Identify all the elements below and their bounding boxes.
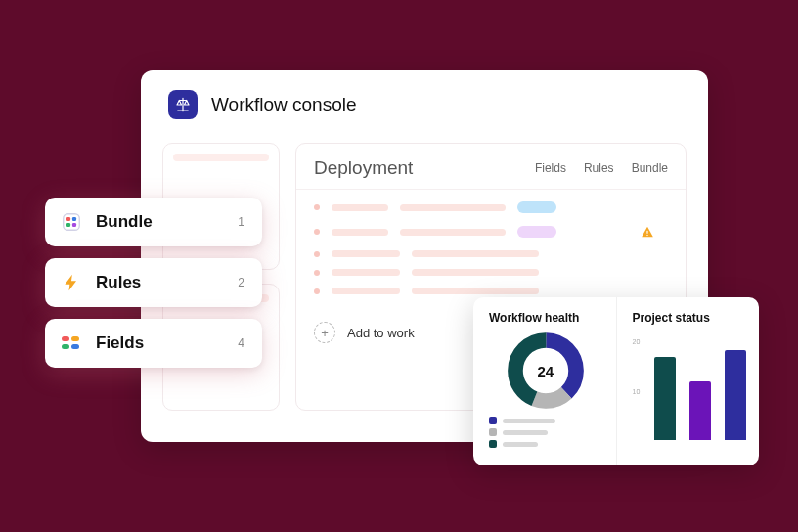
bolt-icon (59, 270, 84, 295)
bar (654, 357, 676, 440)
deployment-tabs: Fields Rules Bundle (535, 161, 668, 175)
stats-card: Workflow health 24 Project status 20 10 (473, 297, 759, 466)
card-label: Bundle (96, 212, 226, 232)
warning-icon (627, 225, 668, 239)
donut-chart: 24 (506, 331, 586, 411)
card-label: Rules (96, 273, 226, 292)
card-bundle[interactable]: Bundle 1 (45, 198, 262, 246)
card-count: 2 (238, 276, 244, 289)
bar (725, 350, 746, 440)
card-label: Fields (96, 333, 226, 353)
console-title: Workflow console (211, 94, 357, 115)
status-badge (517, 226, 556, 238)
svg-rect-2 (64, 214, 80, 231)
svg-rect-10 (71, 344, 79, 349)
deployment-rows (296, 190, 686, 306)
tab-rules[interactable]: Rules (584, 161, 614, 175)
svg-rect-4 (72, 217, 76, 221)
plus-icon: + (314, 322, 335, 343)
project-status-panel: Project status 20 10 (616, 297, 760, 466)
table-row[interactable] (296, 196, 686, 219)
grid-icon (59, 209, 84, 235)
y-tick: 20 (633, 338, 641, 345)
tab-fields[interactable]: Fields (535, 161, 566, 175)
svg-rect-9 (62, 344, 69, 349)
card-rules[interactable]: Rules 2 (45, 258, 262, 307)
card-count: 1 (238, 215, 244, 229)
console-header: Workflow console (141, 70, 708, 133)
svg-rect-7 (62, 336, 69, 341)
svg-rect-3 (66, 217, 70, 221)
dashes-icon (59, 331, 84, 356)
workflow-health-title: Workflow health (489, 311, 602, 325)
table-row[interactable] (296, 244, 686, 263)
svg-rect-6 (72, 223, 76, 227)
status-badge (517, 201, 556, 213)
workflow-health-panel: Workflow health 24 (473, 297, 616, 466)
bar-chart: 20 10 (643, 331, 746, 440)
add-to-work-label: Add to work (347, 326, 415, 340)
floating-summary-cards: Bundle 1 Rules 2 Fields 4 (45, 198, 262, 368)
table-row[interactable] (296, 219, 686, 244)
table-row[interactable] (296, 263, 686, 282)
svg-rect-5 (66, 223, 70, 227)
card-count: 4 (238, 336, 244, 350)
deployment-title: Deployment (314, 157, 413, 179)
card-fields[interactable]: Fields 4 (45, 319, 262, 368)
scales-icon (168, 90, 198, 119)
donut-center-value: 24 (537, 363, 554, 379)
tab-bundle[interactable]: Bundle (632, 161, 668, 175)
donut-legend (489, 417, 602, 448)
svg-rect-1 (647, 235, 648, 236)
y-tick: 10 (633, 387, 641, 394)
svg-rect-0 (647, 231, 648, 234)
svg-rect-8 (71, 336, 79, 341)
bar (689, 381, 711, 440)
project-status-title: Project status (633, 311, 746, 325)
